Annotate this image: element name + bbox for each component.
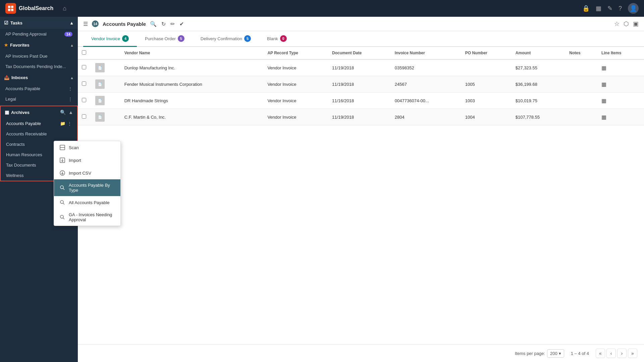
archives-chevron[interactable]: ▲ <box>68 110 73 115</box>
table-row[interactable]: 📄 DR Handmade Strings Vendor Invoice 11/… <box>78 93 644 109</box>
sidebar-item-legal-inbox[interactable]: Legal ⋮ <box>0 94 78 104</box>
svg-point-10 <box>60 200 63 203</box>
archives-header-right: 🔍 ▲ <box>60 110 73 115</box>
checkmark-icon[interactable]: ✔ <box>179 21 184 27</box>
row-checkbox[interactable] <box>82 65 86 69</box>
archives-label: Archives <box>11 110 30 115</box>
sidebar-item-ap-pending[interactable]: AP Pending Approval 14 <box>0 29 78 39</box>
col-document-date: Document Date <box>328 47 391 59</box>
share-icon[interactable]: ⬡ <box>624 20 629 27</box>
cell-type: Vendor Invoice <box>263 76 328 93</box>
doc-thumbnail: 📄 <box>95 112 105 122</box>
pagination-first[interactable]: « <box>596 349 605 358</box>
grid-icon[interactable]: ▦ <box>596 5 601 12</box>
pagination-next[interactable]: › <box>617 349 627 358</box>
per-page-select: Items per page: 200 ▾ <box>515 349 564 358</box>
context-menu-import[interactable]: Import <box>54 154 120 167</box>
context-menu-scan[interactable]: Scan <box>54 141 120 154</box>
legal-inbox-dots[interactable]: ⋮ <box>68 97 72 102</box>
cell-date: 11/19/2018 <box>328 76 391 93</box>
legal-inbox-label: Legal <box>5 97 16 102</box>
hamburger-icon[interactable]: ☰ <box>83 21 88 27</box>
search-sub-icon[interactable]: 🔍 <box>150 21 157 27</box>
archive-item-accounts-payable[interactable]: Accounts Payable 📁 ⋮ <box>1 118 77 129</box>
ap-pending-label: AP Pending Approval <box>5 32 47 37</box>
refresh-icon[interactable]: ↻ <box>161 21 166 27</box>
sidebar-item-ap-invoices[interactable]: AP Invoices Past Due <box>0 51 78 61</box>
table-wrapper: Vendor Name AP Record Type Document Date… <box>78 47 644 344</box>
sub-header: ☰ 14 Accounts Payable 🔍 ↻ ✏ ✔ ☆ ⬡ ▣ <box>78 17 644 31</box>
sidebar-item-tax-docs[interactable]: Tax Documents Pending Inde... <box>0 61 78 72</box>
main-layout: ☑ Tasks ▲ AP Pending Approval 14 ★ Favor… <box>0 17 644 362</box>
archive-item-accounts-receivable[interactable]: Accounts Receivable <box>1 129 77 139</box>
pagination-info: 1 – 4 of 4 <box>571 351 589 356</box>
vendor-invoice-badge: 4 <box>122 35 129 42</box>
favorites-section-header[interactable]: ★ Favorites ▲ <box>0 39 78 51</box>
help-icon[interactable]: ? <box>619 5 622 12</box>
archive-accounts-payable-dots[interactable]: ⋮ <box>67 121 72 126</box>
cell-amount: $36,199.68 <box>512 76 566 93</box>
inboxes-icon: 📥 <box>4 75 9 80</box>
cell-notes <box>565 76 597 93</box>
context-menu-import-csv[interactable]: Import CSV <box>54 167 120 179</box>
archives-search-icon[interactable]: 🔍 <box>60 110 66 115</box>
col-notes: Notes <box>565 47 597 59</box>
cell-line-items[interactable]: ▦ <box>597 109 644 125</box>
favorites-label: Favorites <box>10 43 30 48</box>
archives-header[interactable]: ▦ Archives 🔍 ▲ <box>1 106 77 118</box>
context-menu-ga-invoices[interactable]: GA - Invoices Needing Approval <box>54 209 120 226</box>
pencil-icon[interactable]: ✏ <box>170 21 175 27</box>
tasks-section-header[interactable]: ☑ Tasks ▲ <box>0 17 78 29</box>
select-all-checkbox[interactable] <box>82 50 86 55</box>
svg-line-13 <box>63 218 64 219</box>
star-icon[interactable]: ☆ <box>614 20 620 27</box>
table-row[interactable]: 📄 Fender Musical Instruments Corporation… <box>78 76 644 93</box>
logo[interactable]: GlobalSearch <box>5 3 53 14</box>
cell-date: 11/19/2018 <box>328 109 391 125</box>
delivery-confirmation-tab-label: Delivery Confirmation <box>201 36 242 41</box>
tab-delivery-confirmation[interactable]: Delivery Confirmation 5 <box>193 31 259 47</box>
inboxes-section-header[interactable]: 📥 Inboxes ▲ <box>0 72 78 83</box>
row-checkbox[interactable] <box>82 98 86 102</box>
table-row[interactable]: 📄 Dunlop Manufacturing Inc. Vendor Invoi… <box>78 59 644 76</box>
pagination-prev[interactable]: ‹ <box>606 349 616 358</box>
table-row[interactable]: 📄 C.F. Martin & Co, Inc. Vendor Invoice … <box>78 109 644 125</box>
cell-invoice: 03598352 <box>391 59 461 76</box>
vendor-invoice-tab-label: Vendor Invoice <box>91 36 120 41</box>
edit-icon[interactable]: ✎ <box>607 5 612 12</box>
tab-vendor-invoice[interactable]: Vendor Invoice 4 <box>83 31 137 47</box>
archive-item-right: 📁 ⋮ <box>60 121 72 126</box>
sidebar-item-accounts-payable-inbox[interactable]: Accounts Payable ⋮ <box>0 83 78 94</box>
context-menu-all-ap[interactable]: All Accounts Payable <box>54 196 120 209</box>
user-avatar[interactable]: 👤 <box>628 3 639 14</box>
purchase-order-tab-label: Purchase Order <box>145 36 176 41</box>
col-ap-record-type: AP Record Type <box>263 47 328 59</box>
tab-purchase-order[interactable]: Purchase Order 5 <box>137 31 193 47</box>
import-label: Import <box>69 158 81 163</box>
lock-icon[interactable]: 🔒 <box>582 5 590 12</box>
tax-docs-label: Tax Documents Pending Inde... <box>5 64 66 69</box>
context-menu-ap-by-type[interactable]: Accounts Payable By Type <box>54 179 120 196</box>
col-amount: Amount <box>512 47 566 59</box>
col-invoice-number: Invoice Number <box>391 47 461 59</box>
cell-line-items[interactable]: ▦ <box>597 76 644 93</box>
ga-invoices-label: GA - Invoices Needing Approval <box>69 212 115 222</box>
cell-amount: $10,019.75 <box>512 93 566 109</box>
row-checkbox[interactable] <box>82 114 86 119</box>
pagination-last[interactable]: » <box>628 349 637 358</box>
cell-line-items[interactable]: ▦ <box>597 93 644 109</box>
row-checkbox[interactable] <box>82 81 86 86</box>
line-items-icon: ▦ <box>601 81 606 87</box>
folder-icon: 📁 <box>60 121 65 126</box>
layout-icon[interactable]: ▣ <box>633 20 639 27</box>
all-ap-search-icon <box>59 199 65 205</box>
tab-blank[interactable]: Blank 0 <box>259 31 295 47</box>
doc-thumbnail: 📄 <box>95 79 105 89</box>
inboxes-label: Inboxes <box>11 75 28 80</box>
all-ap-label: All Accounts Payable <box>69 200 109 205</box>
svg-point-8 <box>60 186 63 189</box>
cell-line-items[interactable]: ▦ <box>597 59 644 76</box>
per-page-dropdown[interactable]: 200 ▾ <box>547 349 564 358</box>
home-button[interactable]: ⌂ <box>63 5 66 12</box>
accounts-payable-inbox-dots[interactable]: ⋮ <box>68 86 72 91</box>
